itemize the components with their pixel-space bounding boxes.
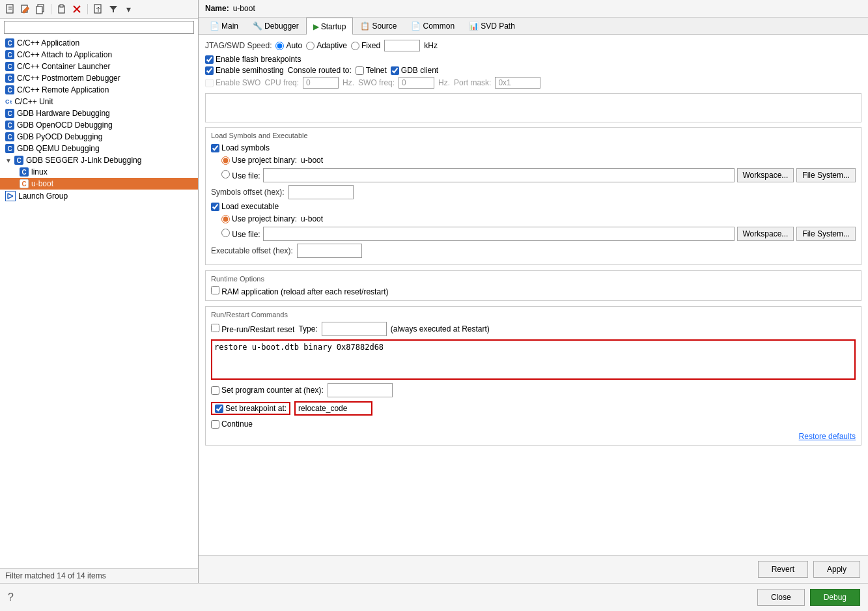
ram-application-checkbox[interactable] xyxy=(211,286,219,294)
tree-item-gdb-qemu[interactable]: C GDB QEMU Debugging xyxy=(0,143,198,154)
use-project-binary2-label: Use project binary: xyxy=(221,214,297,223)
tree-item-gdb-segger[interactable]: ▼ C GDB SEGGER J-Link Debugging xyxy=(0,154,198,166)
run-restart-title: Run/Restart Commands xyxy=(211,311,856,319)
use-project-binary1-radio[interactable] xyxy=(221,156,230,165)
tree-item-launch-group[interactable]: Launch Group xyxy=(0,190,198,203)
tree-item-gdb-openocd[interactable]: C GDB OpenOCD Debugging xyxy=(0,119,198,131)
common-tab-icon: 📄 xyxy=(411,21,421,31)
tree-item-label: C/C++ Unit xyxy=(14,97,53,106)
workspace2-button[interactable]: Workspace... xyxy=(737,227,794,241)
help-button[interactable]: ? xyxy=(8,591,14,603)
name-label: Name: xyxy=(205,4,229,13)
uboot-icon: C xyxy=(20,179,29,188)
tab-debugger[interactable]: 🔧 Debugger xyxy=(245,18,306,34)
cpp-app-icon: C xyxy=(5,38,14,48)
use-file1-radio[interactable] xyxy=(221,170,230,178)
swo-freq-input[interactable] xyxy=(399,77,434,89)
cpu-freq-label: CPU freq: xyxy=(264,78,299,87)
pre-run-checkbox[interactable] xyxy=(211,324,219,332)
tree-item-cpp-app[interactable]: C C/C++ Application xyxy=(0,37,198,49)
dropdown-button[interactable]: ▾ xyxy=(122,3,135,16)
tree-item-label: GDB OpenOCD Debugging xyxy=(17,121,113,130)
search-container xyxy=(0,19,198,36)
tab-svdpath[interactable]: 📊 SVD Path xyxy=(462,18,522,34)
tree-item-label: GDB SEGGER J-Link Debugging xyxy=(26,156,141,165)
tree-item-cpp-attach[interactable]: C C/C++ Attach to Application xyxy=(0,49,198,61)
file1-input[interactable] xyxy=(263,168,735,182)
continue-checkbox[interactable] xyxy=(211,420,219,429)
filesystem2-button[interactable]: File System... xyxy=(796,227,856,241)
new-button[interactable] xyxy=(4,3,17,16)
symbols-offset-input[interactable] xyxy=(288,185,354,199)
delete-button[interactable] xyxy=(70,3,83,16)
use-project-binary2-row: Use project binary: u-boot xyxy=(221,214,856,223)
workspace1-button[interactable]: Workspace... xyxy=(737,168,794,182)
type-input[interactable] xyxy=(322,322,387,336)
debug-button[interactable]: Debug xyxy=(810,589,860,606)
tab-startup[interactable]: ▶ Startup xyxy=(306,18,354,35)
jtag-fixed-radio[interactable] xyxy=(351,42,359,50)
set-bp-checkbox[interactable] xyxy=(215,405,223,413)
jtag-adaptive-radio[interactable] xyxy=(306,42,315,50)
tree-item-cpp-postmortem[interactable]: C C/C++ Postmortem Debugger xyxy=(0,72,198,84)
tree-item-gdb-pyocd[interactable]: C GDB PyOCD Debugging xyxy=(0,131,198,143)
tree-item-cpp-remote[interactable]: C C/C++ Remote Application xyxy=(0,84,198,96)
tab-label: Main xyxy=(221,21,238,31)
apply-button[interactable]: Apply xyxy=(813,561,860,578)
type-label: Type: xyxy=(298,324,317,334)
set-pc-row: Set program counter at (hex): xyxy=(211,383,856,397)
executable-offset-input[interactable] xyxy=(297,244,362,258)
executable-offset-row: Executable offset (hex): xyxy=(211,244,856,258)
tree-item-label: Launch Group xyxy=(18,192,68,201)
tree-item-label: C/C++ Attach to Application xyxy=(17,50,112,59)
startup-tab-icon: ▶ xyxy=(313,22,319,31)
telnet-checkbox[interactable] xyxy=(356,66,364,75)
revert-button[interactable]: Revert xyxy=(758,561,808,578)
export-button[interactable] xyxy=(92,3,105,16)
use-file2-radio[interactable] xyxy=(221,229,230,237)
semihosting-label: Enable semihosting xyxy=(205,66,284,75)
jtag-fixed-label: Fixed xyxy=(351,41,380,50)
filter-button[interactable] xyxy=(107,3,120,16)
tree-item-cpp-unit[interactable]: Ct C/C++ Unit xyxy=(0,96,198,107)
svg-rect-7 xyxy=(60,5,63,7)
use-project-binary2-radio[interactable] xyxy=(221,215,230,223)
tree-item-uboot[interactable]: C u-boot xyxy=(0,178,198,190)
close-button[interactable]: Close xyxy=(757,589,805,606)
tab-main[interactable]: 📄 Main xyxy=(203,18,245,34)
tab-label: Startup xyxy=(321,22,346,31)
semihosting-checkbox[interactable] xyxy=(205,66,214,75)
jtag-khz-input[interactable] xyxy=(384,40,420,51)
pre-run-row: Pre-run/Restart reset Type: (always exec… xyxy=(211,322,856,336)
bp-input[interactable] xyxy=(294,401,372,416)
pc-input[interactable] xyxy=(328,383,393,397)
restore-defaults-link[interactable]: Restore defaults xyxy=(211,432,856,441)
tree-item-cpp-container[interactable]: C C/C++ Container Launcher xyxy=(0,61,198,72)
tree-item-label: GDB QEMU Debugging xyxy=(17,144,100,153)
copy-button[interactable] xyxy=(34,3,47,16)
tab-source[interactable]: 📋 Source xyxy=(353,18,404,34)
jtag-row: JTAG/SWD Speed: Auto Adaptive Fixed kHz xyxy=(205,40,861,51)
edit-button[interactable] xyxy=(19,3,32,16)
search-input[interactable] xyxy=(4,21,194,34)
jtag-auto-radio[interactable] xyxy=(275,42,284,50)
tree-item-gdb-hardware[interactable]: C GDB Hardware Debugging xyxy=(0,107,198,119)
tab-common[interactable]: 📄 Common xyxy=(404,18,462,34)
tree-item-linux[interactable]: C linux xyxy=(0,166,198,178)
swo-textarea[interactable] xyxy=(205,93,861,122)
gdb-client-checkbox[interactable] xyxy=(391,66,399,75)
cmd-textarea[interactable] xyxy=(212,341,854,377)
flash-breakpoints-checkbox[interactable] xyxy=(205,55,214,64)
cpu-freq-input[interactable] xyxy=(303,77,339,89)
port-mask-input[interactable] xyxy=(495,77,540,89)
load-symbols-cb-row: Load symbols xyxy=(211,143,856,152)
paste-button[interactable] xyxy=(55,3,68,16)
set-pc-checkbox[interactable] xyxy=(211,386,219,395)
gdb-client-label: GDB client xyxy=(391,66,438,75)
svg-line-14 xyxy=(8,196,13,199)
load-executable-checkbox[interactable] xyxy=(211,203,219,211)
file2-input[interactable] xyxy=(263,227,735,241)
load-symbols-checkbox[interactable] xyxy=(211,144,219,152)
filesystem1-button[interactable]: File System... xyxy=(796,168,856,182)
swo-checkbox[interactable] xyxy=(205,79,214,87)
